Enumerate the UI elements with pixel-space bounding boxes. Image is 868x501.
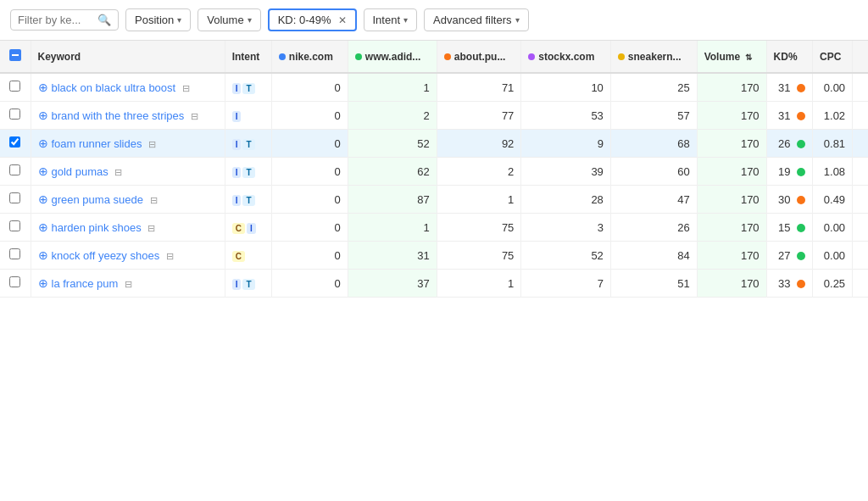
row-checkbox[interactable] [9, 81, 20, 92]
save-keyword-icon[interactable]: ⊟ [125, 279, 132, 289]
about-cell: 77 [437, 102, 521, 130]
stockx-cell: 39 [521, 158, 611, 186]
kd-cell: 26 [766, 130, 812, 158]
volume-cell: 170 [697, 73, 766, 102]
header-checkbox-cell[interactable] [0, 41, 31, 73]
nike-cell: 0 [271, 242, 348, 270]
table-row: ⊕foam runner slides ⊟IT0529296817026 0.8… [0, 130, 868, 158]
table-row: ⊕knock off yeezy shoes ⊟C03175528417027 … [0, 242, 868, 270]
expand-icon[interactable]: ⊕ [38, 248, 48, 262]
expand-icon[interactable]: ⊕ [38, 109, 48, 122]
cpc-cell: 1.02 [813, 102, 853, 130]
row-checkbox[interactable] [9, 248, 20, 259]
intent-badge-c: C [232, 223, 245, 234]
col-kd[interactable]: KD% [766, 41, 812, 73]
keyword-link[interactable]: harden pink shoes [52, 221, 142, 234]
kd-filter-close[interactable]: ✕ [338, 14, 347, 26]
row-checkbox[interactable] [9, 136, 20, 148]
row-checkbox[interactable] [9, 164, 20, 175]
row-checkbox-cell[interactable] [0, 73, 31, 102]
col-volume[interactable]: Volume ⇅ [697, 41, 766, 73]
row-checkbox[interactable] [9, 220, 20, 231]
search-icon[interactable]: 🔍 [97, 14, 111, 26]
adidas-cell: 87 [348, 186, 437, 214]
expand-icon[interactable]: ⊕ [38, 220, 48, 234]
keyword-link[interactable]: green puma suede [52, 193, 143, 206]
row-checkbox-cell[interactable] [0, 214, 31, 242]
filter-input[interactable] [18, 14, 94, 26]
save-keyword-icon[interactable]: ⊟ [148, 139, 156, 149]
expand-icon[interactable]: ⊕ [38, 192, 48, 206]
save-keyword-icon[interactable]: ⊟ [191, 111, 198, 121]
save-keyword-icon[interactable]: ⊟ [147, 223, 155, 233]
about-cell: 92 [437, 130, 521, 158]
row-checkbox-cell[interactable] [0, 186, 31, 214]
table-row: ⊕brand with the three stripes ⊟I02775357… [0, 102, 868, 130]
expand-icon[interactable]: ⊕ [38, 136, 48, 150]
col-keyword[interactable]: Keyword [31, 41, 225, 73]
sneakern-dot [618, 53, 625, 60]
adidas-cell: 37 [348, 270, 437, 298]
col-sneakern[interactable]: sneakern... [610, 41, 697, 73]
sneakern-cell: 57 [610, 102, 697, 130]
col-about[interactable]: about.pu... [437, 41, 521, 73]
col-stockx[interactable]: stockx.com [521, 41, 611, 73]
kd-cell: 27 [766, 242, 812, 270]
position-filter[interactable]: Position ▾ [125, 8, 191, 31]
select-all-icon[interactable] [9, 49, 21, 61]
save-keyword-icon[interactable]: ⊟ [166, 251, 174, 261]
row-checkbox-cell[interactable] [0, 242, 31, 270]
save-keyword-icon[interactable]: ⊟ [182, 83, 190, 93]
save-keyword-icon[interactable]: ⊟ [150, 195, 158, 205]
col-cpc[interactable]: CPC [813, 41, 853, 73]
volume-filter[interactable]: Volume ▾ [198, 8, 260, 31]
kd-filter[interactable]: KD: 0-49% ✕ [268, 8, 357, 31]
advanced-filters-label: Advanced filters [433, 14, 512, 26]
col-adidas[interactable]: www.adid... [348, 41, 437, 73]
chevron-down-icon: ▾ [248, 15, 252, 25]
col-nike[interactable]: nike.com [271, 41, 348, 73]
keyword-link[interactable]: la france pum [52, 277, 119, 290]
intent-badge-i: I [232, 139, 242, 150]
volume-cell: 170 [697, 102, 766, 130]
row-checkbox[interactable] [9, 276, 20, 287]
keyword-link[interactable]: knock off yeezy shoes [52, 249, 160, 262]
intent-badge-i: I [232, 167, 242, 178]
intent-badge-i: I [232, 195, 242, 206]
kd-cell: 15 [766, 214, 812, 242]
volume-cell: 170 [697, 186, 766, 214]
advanced-filters[interactable]: Advanced filters ▾ [424, 8, 529, 31]
cpc-cell: 0.81 [813, 130, 853, 158]
about-cell: 75 [437, 242, 521, 270]
filter-input-wrap[interactable]: 🔍 [10, 9, 119, 31]
row-checkbox[interactable] [9, 192, 20, 203]
row-checkbox-cell[interactable] [0, 270, 31, 298]
keyword-link[interactable]: brand with the three stripes [52, 109, 185, 122]
col-intent[interactable]: Intent [225, 41, 271, 73]
intent-cell: IT [225, 158, 271, 186]
row-checkbox-cell[interactable] [0, 158, 31, 186]
sneakern-cell: 25 [610, 73, 697, 102]
table-row: ⊕harden pink shoes ⊟CI017532617015 0.00 [0, 214, 868, 242]
sneakern-cell: 68 [610, 130, 697, 158]
expand-icon[interactable]: ⊕ [38, 164, 48, 178]
keyword-link[interactable]: black on black ultra boost [52, 81, 176, 94]
row-checkbox-cell[interactable] [0, 130, 31, 158]
nike-dot [279, 53, 286, 60]
cpc-cell: 0.25 [813, 270, 853, 298]
keyword-link[interactable]: foam runner slides [52, 137, 142, 150]
intent-filter[interactable]: Intent ▾ [364, 8, 418, 31]
position-label: Position [135, 14, 174, 26]
expand-icon[interactable]: ⊕ [38, 276, 48, 290]
save-keyword-icon[interactable]: ⊟ [114, 167, 122, 177]
row-checkbox[interactable] [9, 109, 20, 120]
row-checkbox-cell[interactable] [0, 102, 31, 130]
intent-badge-c: C [232, 251, 245, 262]
nike-cell: 0 [271, 214, 348, 242]
expand-icon[interactable]: ⊕ [38, 81, 48, 94]
stockx-cell: 3 [521, 214, 611, 242]
keyword-link[interactable]: gold pumas [52, 165, 108, 178]
extra-cell [853, 130, 868, 158]
stockx-cell: 10 [521, 73, 611, 102]
keyword-table: Keyword Intent nike.com www.adid... abou… [0, 41, 868, 298]
